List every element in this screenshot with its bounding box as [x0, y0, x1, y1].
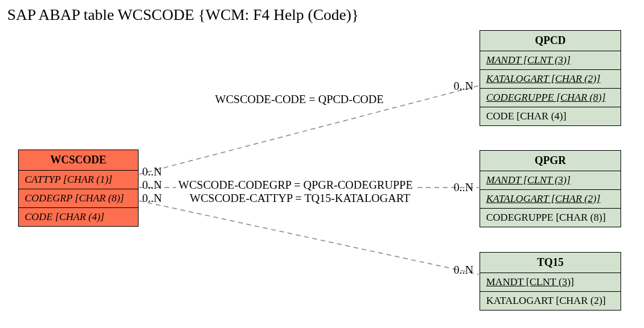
- cardinality: 0..N: [142, 192, 162, 205]
- entity-qpgr: QPGR MANDT [CLNT (3)] KATALOGART [CHAR (…: [480, 150, 621, 227]
- field: CODEGRUPPE [CHAR (8)]: [480, 209, 621, 227]
- relation-label: WCSCODE-CODEGRP = QPGR-CODEGRUPPE: [176, 178, 415, 192]
- entity-tq15: TQ15 MANDT [CLNT (3)] KATALOGART [CHAR (…: [480, 252, 621, 311]
- field: CODEGRP [CHAR (8)]: [19, 189, 138, 208]
- cardinality: 0..N: [454, 263, 474, 277]
- field: MANDT [CLNT (3)]: [480, 171, 621, 190]
- cardinality: 0..N: [142, 165, 162, 178]
- field: KATALOGART [CHAR (2)]: [480, 292, 621, 310]
- entity-qpgr-header: QPGR: [480, 151, 621, 171]
- cardinality: 0..N: [454, 80, 474, 93]
- field: KATALOGART [CHAR (2)]: [480, 70, 621, 89]
- svg-line-2: [139, 201, 479, 274]
- entity-wcscode: WCSCODE CATTYP [CHAR (1)] CODEGRP [CHAR …: [18, 150, 139, 227]
- field: MANDT [CLNT (3)]: [480, 273, 621, 292]
- cardinality: 0..N: [142, 178, 162, 192]
- entity-qpcd: QPCD MANDT [CLNT (3)] KATALOGART [CHAR (…: [480, 30, 621, 126]
- cardinality: 0..N: [454, 181, 474, 194]
- page-title: SAP ABAP table WCSCODE {WCM: F4 Help (Co…: [7, 6, 359, 24]
- entity-wcscode-header: WCSCODE: [19, 150, 138, 171]
- field: CODE [CHAR (4)]: [480, 107, 621, 125]
- relation-label: WCSCODE-CATTYP = TQ15-KATALOGART: [187, 192, 413, 205]
- field: MANDT [CLNT (3)]: [480, 51, 621, 70]
- entity-qpcd-header: QPCD: [480, 31, 621, 51]
- entity-tq15-header: TQ15: [480, 253, 621, 273]
- relation-label: WCSCODE-CODE = QPCD-CODE: [213, 93, 386, 106]
- field: CODEGRUPPE [CHAR (8)]: [480, 89, 621, 107]
- field: KATALOGART [CHAR (2)]: [480, 190, 621, 209]
- field: CATTYP [CHAR (1)]: [19, 171, 138, 189]
- field: CODE [CHAR (4)]: [19, 208, 138, 226]
